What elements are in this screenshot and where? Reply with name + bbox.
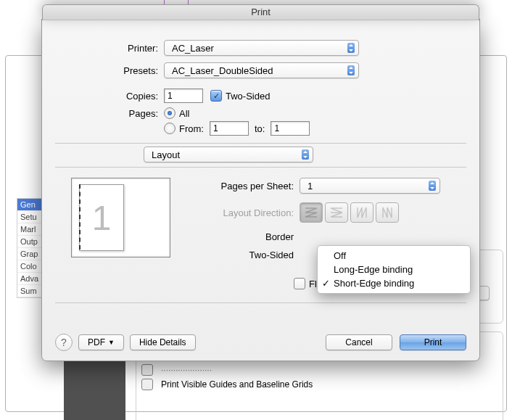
pages-label: Pages:: [42, 108, 164, 119]
layout-dir-rn-icon[interactable]: [376, 202, 399, 223]
to-label: to:: [249, 123, 271, 134]
checkbox-icon: [141, 379, 153, 390]
layout-dir-z-icon[interactable]: [300, 202, 323, 223]
background-preview: [64, 355, 125, 420]
layout-dir-s-icon[interactable]: [325, 202, 348, 223]
pages-to-input[interactable]: [271, 121, 310, 136]
chevron-down-icon: ▼: [108, 339, 115, 346]
layout-preview: 1: [71, 178, 170, 258]
hide-details-label: Hide Details: [139, 337, 186, 347]
two-sided-checkbox[interactable]: ✓: [210, 90, 222, 102]
pps-label: Pages per Sheet:: [185, 181, 300, 192]
menu-item-short-edge[interactable]: ✓Short-Edge binding: [318, 276, 470, 290]
check-icon: ✓: [322, 278, 330, 289]
border-label: Border: [185, 231, 300, 242]
pages-from-input[interactable]: [210, 121, 249, 136]
menu-item-label: Off: [334, 250, 346, 261]
pdf-label: PDF: [88, 337, 105, 347]
copies-input[interactable]: [164, 88, 203, 103]
menu-item-long-edge[interactable]: Long-Edge binding: [318, 263, 470, 276]
section-select[interactable]: Layout: [144, 147, 313, 162]
print-dialog: Print Printer: AC_Laser Presets: AC_Lase…: [41, 19, 480, 361]
two-sided-option-label: Two-Sided: [185, 250, 300, 260]
two-sided-dropdown-menu: Off Long-Edge binding ✓Short-Edge bindin…: [317, 245, 471, 294]
cancel-button[interactable]: Cancel: [326, 334, 392, 350]
pages-from-label: From:: [179, 123, 204, 134]
layout-dir-n-icon[interactable]: [350, 202, 374, 223]
pages-all-radio[interactable]: [164, 107, 176, 119]
pages-all-label: All: [179, 108, 189, 119]
pdf-menu-button[interactable]: PDF ▼: [78, 334, 124, 350]
flip-horizontally-checkbox[interactable]: [294, 278, 305, 289]
printer-select[interactable]: AC_Laser: [164, 40, 359, 56]
pages-per-sheet-select[interactable]: 1: [300, 178, 440, 194]
presets-label: Presets:: [42, 65, 164, 76]
pages-from-radio[interactable]: [164, 123, 176, 134]
menu-item-label: Short-Edge binding: [334, 278, 414, 289]
preview-page-number: 1: [80, 198, 123, 238]
help-button[interactable]: ?: [55, 334, 73, 351]
dialog-title: Print: [42, 4, 479, 20]
section-value: Layout: [152, 149, 180, 160]
printer-value: AC_Laser: [172, 43, 214, 54]
background-label: Print Visible Guides and Baseline Grids: [161, 379, 313, 390]
copies-label: Copies:: [42, 91, 164, 102]
background-checkbox-row: Print Visible Guides and Baseline Grids: [141, 379, 313, 390]
two-sided-label: Two-Sided: [226, 91, 270, 102]
menu-item-off[interactable]: Off: [318, 249, 470, 263]
print-button[interactable]: Print: [400, 334, 466, 350]
pps-value: 1: [308, 181, 313, 192]
checkbox-icon: [141, 364, 153, 376]
layout-direction-label: Layout Direction:: [185, 207, 300, 218]
print-label: Print: [424, 337, 442, 347]
hide-details-button[interactable]: Hide Details: [130, 334, 196, 350]
cancel-label: Cancel: [345, 337, 372, 347]
menu-item-label: Long-Edge binding: [334, 264, 413, 275]
printer-label: Printer:: [42, 43, 164, 54]
presets-select[interactable]: AC_Laser_DoubleSided: [164, 62, 359, 78]
background-label: ·····················: [161, 365, 212, 375]
background-checkbox-row: ·····················: [141, 364, 212, 376]
presets-value: AC_Laser_DoubleSided: [172, 65, 273, 76]
layout-direction-group: [300, 202, 399, 223]
